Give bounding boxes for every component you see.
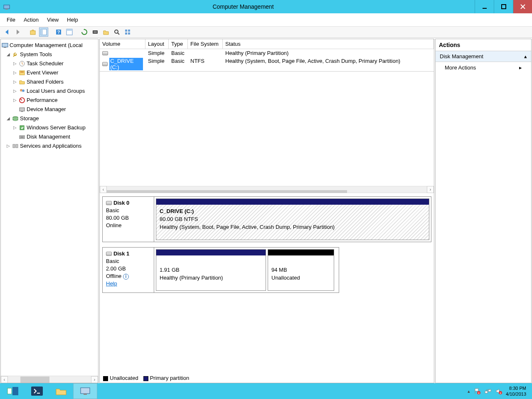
start-button[interactable] — [1, 383, 25, 399]
tree-storage[interactable]: ◢ Storage — [2, 114, 98, 123]
svg-point-25 — [22, 89, 25, 92]
tree-disk-management[interactable]: ▷ Disk Management — [2, 132, 98, 141]
chevron-right-icon[interactable]: ▷ — [12, 123, 17, 132]
legend-swatch-unallocated — [103, 376, 108, 381]
up-button[interactable] — [28, 27, 37, 37]
volume-row[interactable]: Simple Basic Healthy (Primary Partition) — [100, 49, 434, 57]
system-tray[interactable]: ▴ x x 8:30 PM 4/10/2013 — [468, 385, 531, 397]
volume-list-horizontal-scrollbar[interactable]: ‹ › — [100, 186, 434, 193]
partition-primary[interactable]: 1.91 GB Healthy (Primary Partition) — [156, 249, 266, 291]
scrollbar-thumb[interactable] — [20, 377, 49, 383]
refresh-icon[interactable] — [80, 27, 89, 37]
tray-flag-icon[interactable]: x — [473, 387, 481, 395]
menu-file[interactable]: File — [3, 16, 19, 24]
chevron-right-icon[interactable]: ▷ — [6, 141, 11, 151]
users-icon — [19, 88, 25, 94]
chevron-right-icon[interactable]: ▷ — [12, 68, 17, 77]
scroll-left-icon[interactable]: ‹ — [1, 376, 8, 383]
partition-status: Healthy (Primary Partition) — [160, 274, 262, 282]
col-status[interactable]: Status — [223, 39, 434, 49]
menu-help[interactable]: Help — [64, 16, 81, 24]
taskbar[interactable]: ▴ x x 8:30 PM 4/10/2013 — [0, 383, 532, 399]
volume-row[interactable]: C_DRIVE (C:) Simple Basic NTFS Healthy (… — [100, 57, 434, 71]
open-icon[interactable] — [101, 27, 111, 37]
minimize-button[interactable] — [475, 0, 494, 13]
disk-info: Disk 0 Basic 80.00 GB Online — [103, 197, 154, 242]
tray-show-hidden-icon[interactable]: ▴ — [468, 389, 470, 394]
scroll-right-icon[interactable]: › — [427, 186, 434, 193]
col-volume[interactable]: Volume — [100, 39, 145, 49]
taskbar-powershell[interactable] — [25, 383, 49, 399]
partition-status: Healthy (System, Boot, Page File, Active… — [160, 223, 426, 231]
help-button[interactable]: ? — [54, 27, 63, 37]
tree-windows-server-backup[interactable]: ▷ Windows Server Backup — [2, 123, 98, 132]
action-item-label: More Actions — [445, 64, 476, 71]
find-icon[interactable] — [112, 27, 121, 37]
tray-clock[interactable]: 8:30 PM 4/10/2013 — [506, 385, 526, 397]
tools-icon — [12, 51, 19, 58]
chevron-down-icon[interactable]: ◢ — [6, 114, 11, 123]
menu-view[interactable]: View — [44, 16, 62, 24]
maximize-button[interactable] — [494, 0, 513, 13]
volume-status: Healthy (Primary Partition) — [223, 49, 434, 57]
col-layout[interactable]: Layout — [145, 39, 169, 49]
tray-date: 4/10/2013 — [506, 391, 526, 397]
settings-icon[interactable] — [123, 27, 132, 37]
more-actions[interactable]: More Actions ▸ — [436, 62, 531, 73]
tree-horizontal-scrollbar[interactable]: ‹ › — [1, 376, 98, 383]
chevron-right-icon[interactable]: ▷ — [12, 59, 17, 68]
svg-rect-44 — [485, 391, 488, 393]
help-link[interactable]: Help — [106, 280, 117, 287]
menubar: File Action View Help — [0, 13, 532, 27]
svg-rect-41 — [84, 394, 87, 395]
tray-time: 8:30 PM — [506, 385, 526, 391]
tree-event-viewer[interactable]: ▷ Event Viewer — [2, 68, 98, 77]
col-filesystem[interactable]: File System — [188, 39, 223, 49]
tree-shared-folders[interactable]: ▷ Shared Folders — [2, 77, 98, 87]
chevron-right-icon[interactable]: ▷ — [12, 87, 17, 96]
taskbar-explorer[interactable] — [49, 383, 73, 399]
scroll-left-icon[interactable]: ‹ — [100, 186, 107, 193]
volume-layout: Simple — [145, 57, 169, 71]
tree-local-users[interactable]: ▷ Local Users and Groups — [2, 87, 98, 96]
info-icon[interactable]: i — [123, 274, 129, 280]
partition-c-drive[interactable]: C_DRIVE (C:) 80.00 GB NTFS Healthy (Syst… — [156, 198, 429, 240]
disk-0[interactable]: Disk 0 Basic 80.00 GB Online C_DRIVE (C:… — [102, 196, 431, 242]
col-type[interactable]: Type — [169, 39, 188, 49]
toolbar: ? — [0, 27, 532, 38]
tree-services-apps[interactable]: ▷ Services and Applications — [2, 141, 98, 151]
disk-label: Disk 0 — [113, 199, 129, 207]
scroll-right-icon[interactable]: › — [91, 376, 98, 383]
tray-volume-icon[interactable]: x — [495, 387, 502, 395]
chevron-down-icon[interactable]: ◢ — [6, 50, 11, 59]
show-hide-tree-button[interactable] — [39, 27, 48, 37]
chevron-right-icon[interactable]: ▷ — [12, 96, 17, 105]
close-button[interactable] — [513, 0, 532, 13]
forward-button[interactable] — [13, 27, 22, 37]
chevron-right-icon[interactable]: ▷ — [12, 77, 17, 87]
tray-network-icon[interactable] — [484, 387, 492, 395]
volume-status: Healthy (System, Boot, Page File, Active… — [223, 57, 434, 71]
volume-list[interactable]: Volume Layout Type File System Status Si… — [100, 39, 434, 72]
console-tree[interactable]: Computer Management (Local ◢ System Tool… — [0, 39, 99, 383]
tree-root[interactable]: Computer Management (Local — [2, 41, 98, 50]
tree-device-manager[interactable]: ▷ Device Manager — [2, 105, 98, 114]
tree-label: Device Manager — [27, 105, 66, 114]
tree-task-scheduler[interactable]: ▷ Task Scheduler — [2, 59, 98, 68]
disk-icon[interactable] — [91, 27, 100, 37]
back-button[interactable] — [2, 27, 12, 37]
disk-type: Basic — [106, 258, 150, 265]
scrollbar-thumb[interactable] — [107, 190, 347, 193]
taskbar-computer-management[interactable] — [73, 383, 97, 399]
tree-performance[interactable]: ▷ Performance — [2, 96, 98, 105]
collapse-icon[interactable]: ▴ — [524, 53, 527, 59]
tree-system-tools[interactable]: ◢ System Tools — [2, 50, 98, 59]
actions-section[interactable]: Disk Management ▴ — [436, 51, 531, 62]
disk-1[interactable]: Disk 1 Basic 2.00 GB Offline i Help 1.91… — [102, 247, 339, 293]
menu-action[interactable]: Action — [20, 16, 42, 24]
properties-button[interactable] — [65, 27, 74, 37]
partition-unallocated[interactable]: 94 MB Unallocated — [268, 249, 334, 291]
window-title: Computer Management — [12, 3, 475, 10]
backup-icon — [19, 124, 25, 131]
partition-name: C_DRIVE (C:) — [160, 207, 426, 215]
